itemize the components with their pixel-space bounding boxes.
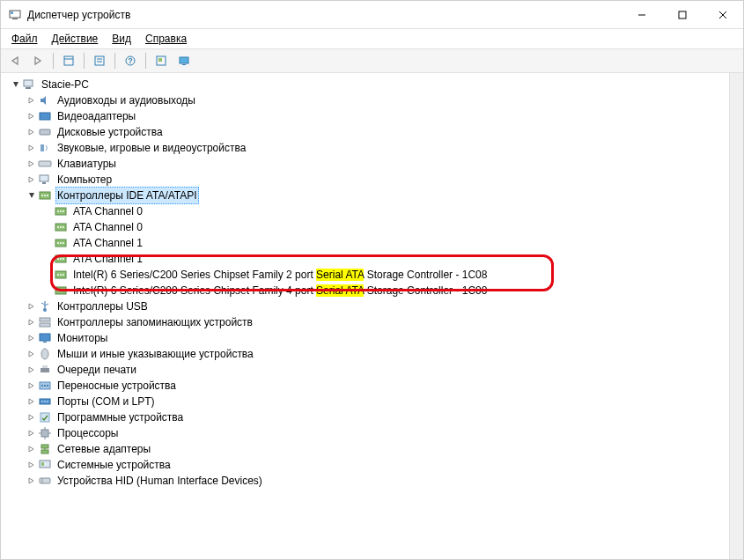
device-icon bbox=[38, 315, 52, 329]
svg-rect-18 bbox=[24, 80, 33, 86]
tree-category[interactable]: Мониторы bbox=[3, 330, 729, 346]
tb-properties-button[interactable] bbox=[58, 51, 79, 70]
tree-category[interactable]: Системные устройства bbox=[3, 457, 729, 473]
scrollbar[interactable] bbox=[729, 73, 743, 559]
device-label: Видеоадаптеры bbox=[55, 108, 137, 124]
menu-view[interactable]: Вид bbox=[105, 31, 138, 47]
device-icon bbox=[38, 379, 52, 393]
menu-help[interactable]: Справка bbox=[138, 31, 194, 47]
svg-rect-22 bbox=[41, 144, 44, 151]
tree-category[interactable]: Процессоры bbox=[3, 425, 729, 441]
toggle-icon[interactable] bbox=[26, 335, 38, 342]
svg-rect-79 bbox=[41, 445, 48, 448]
svg-rect-16 bbox=[180, 57, 188, 63]
toggle-icon[interactable] bbox=[26, 430, 38, 437]
tree-device[interactable]: ATA Channel 0 bbox=[3, 203, 729, 219]
tree-category[interactable]: Контроллеры запоминающих устройств bbox=[3, 314, 729, 330]
window-title: Диспетчер устройств bbox=[27, 9, 130, 21]
toggle-icon[interactable] bbox=[26, 477, 38, 484]
tree-category-ide[interactable]: Контроллеры IDE ATA/ATAPI bbox=[3, 188, 729, 203]
device-icon bbox=[54, 284, 68, 298]
device-icon bbox=[54, 204, 68, 218]
tree-category[interactable]: Устройства HID (Human Interface Devices) bbox=[3, 473, 729, 489]
back-button[interactable] bbox=[4, 51, 26, 70]
tb-scan-button[interactable] bbox=[151, 51, 172, 70]
tree-category[interactable]: Клавиатуры bbox=[3, 156, 729, 172]
tree-category[interactable]: Порты (COM и LPT) bbox=[3, 394, 729, 409]
tree-category[interactable]: Видеоадаптеры bbox=[3, 108, 729, 124]
toggle-icon[interactable] bbox=[26, 160, 38, 167]
device-label: Клавиатуры bbox=[55, 156, 118, 172]
tree-device[interactable]: ATA Channel 1 bbox=[3, 251, 729, 267]
minimize-button[interactable] bbox=[622, 1, 662, 28]
svg-point-51 bbox=[57, 290, 59, 291]
svg-point-49 bbox=[63, 274, 64, 276]
tb-list-button[interactable] bbox=[89, 51, 110, 70]
toggle-icon[interactable] bbox=[26, 398, 38, 405]
tb-help-button[interactable]: ? bbox=[120, 51, 141, 70]
toggle-icon[interactable] bbox=[26, 366, 38, 373]
tb-monitor-button[interactable] bbox=[173, 51, 195, 70]
svg-rect-25 bbox=[42, 182, 46, 184]
tree-category[interactable]: Сетевые адаптеры bbox=[3, 441, 729, 457]
toggle-icon[interactable] bbox=[26, 382, 38, 389]
forward-button[interactable] bbox=[27, 51, 48, 70]
svg-rect-82 bbox=[40, 461, 50, 468]
toggle-icon[interactable] bbox=[26, 303, 38, 310]
device-icon bbox=[38, 347, 52, 361]
toggle-icon[interactable] bbox=[26, 144, 38, 151]
toggle-icon[interactable] bbox=[26, 414, 38, 421]
device-icon bbox=[38, 299, 52, 313]
maximize-button[interactable] bbox=[662, 1, 703, 28]
tree-category[interactable]: Контроллеры USB bbox=[3, 298, 729, 314]
svg-point-36 bbox=[60, 226, 62, 228]
toggle-icon[interactable] bbox=[26, 446, 38, 453]
close-button[interactable] bbox=[703, 1, 743, 28]
tree-category[interactable]: Очереди печати bbox=[3, 362, 729, 378]
menu-action[interactable]: Действие bbox=[45, 31, 106, 47]
svg-rect-15 bbox=[158, 58, 162, 62]
device-icon bbox=[38, 442, 52, 456]
device-label: ATA Channel 1 bbox=[71, 251, 144, 267]
tree-device[interactable]: ATA Channel 1 bbox=[3, 235, 729, 251]
toggle-icon[interactable] bbox=[26, 350, 38, 357]
toolbar-separator bbox=[53, 53, 54, 69]
tree-category[interactable]: Компьютер bbox=[3, 172, 729, 188]
toggle-icon[interactable] bbox=[10, 81, 22, 89]
svg-point-67 bbox=[44, 385, 46, 387]
svg-point-32 bbox=[60, 210, 62, 212]
svg-rect-9 bbox=[95, 56, 104, 65]
device-tree[interactable]: Stacie-PCАудиовходы и аудиовыходыВидеоад… bbox=[1, 73, 729, 559]
device-label: ATA Channel 0 bbox=[71, 203, 144, 219]
svg-rect-4 bbox=[679, 11, 686, 18]
tree-category[interactable]: Звуковые, игровые и видеоустройства bbox=[3, 140, 729, 156]
svg-point-66 bbox=[41, 385, 43, 387]
tree-category[interactable]: Мыши и иные указывающие устройства bbox=[3, 346, 729, 362]
tree-category[interactable]: Дисковые устройства bbox=[3, 124, 729, 140]
svg-rect-58 bbox=[40, 318, 50, 321]
menu-file[interactable]: Файл bbox=[4, 31, 45, 47]
titlebar[interactable]: Диспетчер устройств bbox=[1, 1, 743, 29]
tree-category[interactable]: Аудиовходы и аудиовыходы bbox=[3, 92, 729, 108]
toggle-icon[interactable] bbox=[26, 192, 38, 200]
tree-category[interactable]: Программные устройства bbox=[3, 409, 729, 425]
tree-device[interactable]: ATA Channel 0 bbox=[3, 219, 729, 235]
toggle-icon[interactable] bbox=[26, 97, 38, 104]
tree-category[interactable]: Переносные устройства bbox=[3, 378, 729, 394]
device-label: Intel(R) 6 Series/C200 Series Chipset Fa… bbox=[71, 283, 489, 298]
toggle-icon[interactable] bbox=[26, 176, 38, 183]
toggle-icon[interactable] bbox=[26, 461, 38, 468]
tree-device[interactable]: Intel(R) 6 Series/C200 Series Chipset Fa… bbox=[3, 267, 729, 283]
tree-device[interactable]: Intel(R) 6 Series/C200 Series Chipset Fa… bbox=[3, 283, 729, 298]
device-icon bbox=[38, 426, 52, 440]
toggle-icon[interactable] bbox=[26, 129, 38, 136]
device-icon bbox=[38, 363, 52, 377]
toggle-icon[interactable] bbox=[26, 113, 38, 120]
device-label: ATA Channel 0 bbox=[71, 219, 144, 235]
device-icon bbox=[38, 125, 52, 139]
tree-root[interactable]: Stacie-PC bbox=[3, 77, 729, 92]
toggle-icon[interactable] bbox=[26, 319, 38, 326]
device-label: Системные устройства bbox=[55, 457, 173, 473]
svg-point-52 bbox=[60, 290, 62, 291]
svg-rect-80 bbox=[41, 450, 48, 453]
